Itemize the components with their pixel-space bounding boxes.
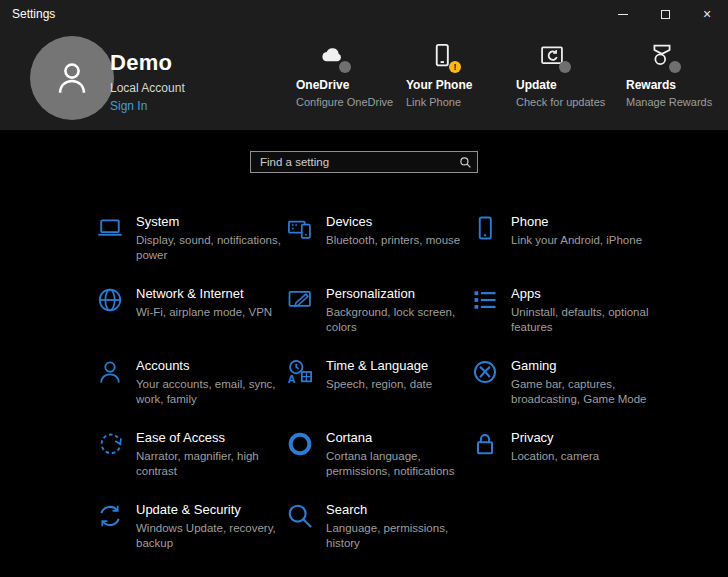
quicklink-subtitle: Manage Rewards bbox=[626, 96, 728, 108]
category-network-internet[interactable]: Network & Internet Wi-Fi, airplane mode,… bbox=[96, 284, 286, 356]
person-icon bbox=[96, 358, 124, 386]
category-devices[interactable]: Devices Bluetooth, printers, mouse bbox=[286, 212, 471, 284]
category-subtitle: Bluetooth, printers, mouse bbox=[326, 233, 471, 248]
close-button[interactable]: × bbox=[686, 0, 728, 28]
category-system[interactable]: System Display, sound, notifications, po… bbox=[96, 212, 286, 284]
category-label: Update & Security bbox=[136, 502, 286, 517]
maximize-icon bbox=[661, 10, 670, 19]
category-time-language[interactable]: A Time & Language Speech, region, date bbox=[286, 356, 471, 428]
quicklink-label: Your Phone bbox=[406, 78, 514, 92]
account-type: Local Account bbox=[110, 81, 185, 95]
quicklink-label: Update bbox=[516, 78, 624, 92]
category-personalization[interactable]: Personalization Background, lock screen,… bbox=[286, 284, 471, 356]
quicklink-your-phone[interactable]: ! Your Phone Link Phone bbox=[406, 42, 514, 108]
category-label: Personalization bbox=[326, 286, 471, 301]
lock-icon bbox=[471, 430, 499, 458]
quicklink-subtitle: Check for updates bbox=[516, 96, 624, 108]
category-label: Phone bbox=[511, 214, 663, 229]
settings-categories: System Display, sound, notifications, po… bbox=[96, 212, 671, 572]
category-ease-of-access[interactable]: Ease of Access Narrator, magnifier, high… bbox=[96, 428, 286, 500]
category-label: Network & Internet bbox=[136, 286, 286, 301]
search-icon[interactable] bbox=[455, 153, 475, 171]
header-band: Settings × Demo Local Account Sign In bbox=[0, 0, 728, 130]
quicklink-subtitle: Configure OneDrive bbox=[296, 96, 404, 108]
laptop-icon bbox=[96, 214, 124, 242]
category-cortana[interactable]: Cortana Cortana language, permissions, n… bbox=[286, 428, 471, 500]
user-name: Demo bbox=[110, 50, 185, 76]
category-subtitle: Display, sound, notifications, power bbox=[136, 233, 286, 263]
user-block: Demo Local Account Sign In bbox=[110, 50, 185, 113]
category-subtitle: Windows Update, recovery, backup bbox=[136, 521, 286, 551]
category-label: System bbox=[136, 214, 286, 229]
minimize-button[interactable] bbox=[602, 0, 644, 28]
category-update-security[interactable]: Update & Security Windows Update, recove… bbox=[96, 500, 286, 572]
update-status-badge bbox=[559, 61, 571, 73]
quicklink-subtitle: Link Phone bbox=[406, 96, 514, 108]
settings-window: Settings × Demo Local Account Sign In bbox=[0, 0, 728, 577]
onedrive-cloud-icon bbox=[318, 42, 348, 72]
rewards-status-badge bbox=[669, 61, 681, 73]
category-search[interactable]: Search Language, permissions, history bbox=[286, 500, 471, 572]
update-refresh-icon bbox=[538, 42, 568, 72]
category-subtitle: Game bar, captures, broadcasting, Game M… bbox=[511, 377, 663, 407]
quicklink-onedrive[interactable]: OneDrive Configure OneDrive bbox=[296, 42, 404, 108]
category-label: Apps bbox=[511, 286, 663, 301]
category-subtitle: Narrator, magnifier, high contrast bbox=[136, 449, 286, 479]
quicklink-rewards[interactable]: Rewards Manage Rewards bbox=[626, 42, 728, 108]
maximize-button[interactable] bbox=[644, 0, 686, 28]
quicklink-label: Rewards bbox=[626, 78, 728, 92]
avatar[interactable] bbox=[30, 36, 114, 120]
cortana-ring-icon bbox=[286, 430, 314, 458]
svg-text:A: A bbox=[288, 373, 296, 385]
window-title: Settings bbox=[12, 7, 55, 21]
category-subtitle: Speech, region, date bbox=[326, 377, 471, 392]
window-controls: × bbox=[602, 0, 728, 28]
globe-icon bbox=[96, 286, 124, 314]
clock-language-icon: A bbox=[286, 358, 314, 386]
personalization-icon bbox=[286, 286, 314, 314]
phone-icon: ! bbox=[428, 42, 458, 72]
category-label: Cortana bbox=[326, 430, 471, 445]
quicklink-label: OneDrive bbox=[296, 78, 404, 92]
your-phone-alert-badge: ! bbox=[449, 61, 461, 73]
person-icon bbox=[50, 56, 94, 100]
category-label: Gaming bbox=[511, 358, 663, 373]
category-label: Ease of Access bbox=[136, 430, 286, 445]
category-subtitle: Background, lock screen, colors bbox=[326, 305, 471, 335]
search-box bbox=[250, 151, 478, 173]
quicklink-update[interactable]: Update Check for updates bbox=[516, 42, 624, 108]
search-icon bbox=[286, 502, 314, 530]
sign-in-link[interactable]: Sign In bbox=[110, 99, 185, 113]
phone-icon bbox=[471, 214, 499, 242]
onedrive-status-badge bbox=[339, 61, 351, 73]
category-subtitle: Wi-Fi, airplane mode, VPN bbox=[136, 305, 286, 320]
category-label: Privacy bbox=[511, 430, 663, 445]
quick-links: OneDrive Configure OneDrive ! Your Phone… bbox=[296, 42, 728, 108]
category-subtitle: Link your Android, iPhone bbox=[511, 233, 663, 248]
category-subtitle: Your accounts, email, sync, work, family bbox=[136, 377, 286, 407]
category-subtitle: Language, permissions, history bbox=[326, 521, 471, 551]
category-subtitle: Cortana language, permissions, notificat… bbox=[326, 449, 471, 479]
refresh-icon bbox=[96, 502, 124, 530]
category-label: Search bbox=[326, 502, 471, 517]
category-label: Accounts bbox=[136, 358, 286, 373]
category-accounts[interactable]: Accounts Your accounts, email, sync, wor… bbox=[96, 356, 286, 428]
category-privacy[interactable]: Privacy Location, camera bbox=[471, 428, 671, 500]
category-gaming[interactable]: Gaming Game bar, captures, broadcasting,… bbox=[471, 356, 671, 428]
category-label: Time & Language bbox=[326, 358, 471, 373]
titlebar: Settings × bbox=[0, 0, 728, 28]
minimize-icon bbox=[618, 14, 628, 15]
medal-icon bbox=[648, 42, 678, 72]
category-phone[interactable]: Phone Link your Android, iPhone bbox=[471, 212, 671, 284]
ease-of-access-icon bbox=[96, 430, 124, 458]
category-subtitle: Location, camera bbox=[511, 449, 663, 464]
search-input[interactable] bbox=[251, 156, 455, 168]
category-apps[interactable]: Apps Uninstall, defaults, optional featu… bbox=[471, 284, 671, 356]
devices-icon bbox=[286, 214, 314, 242]
category-label: Devices bbox=[326, 214, 471, 229]
apps-list-icon bbox=[471, 286, 499, 314]
xbox-icon bbox=[471, 358, 499, 386]
category-subtitle: Uninstall, defaults, optional features bbox=[511, 305, 663, 335]
close-icon: × bbox=[703, 7, 711, 21]
